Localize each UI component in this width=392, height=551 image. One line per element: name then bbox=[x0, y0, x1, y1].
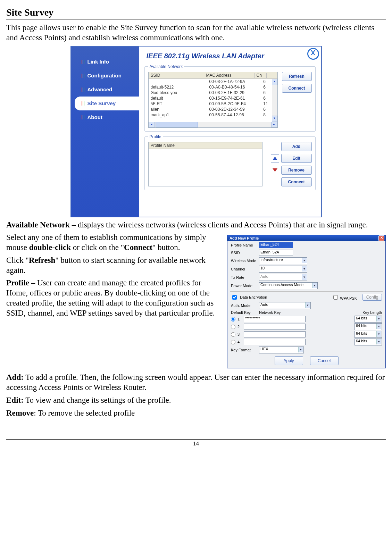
chevron-up-icon bbox=[273, 157, 277, 160]
remove-paragraph: Remove: To remove the selected profile bbox=[6, 408, 386, 418]
close-icon[interactable]: X bbox=[307, 48, 319, 60]
vertical-scrollbar[interactable]: ▴ ▾ bbox=[272, 79, 277, 122]
data-encryption-checkbox[interactable] bbox=[232, 295, 237, 300]
intro-paragraph: This page allows user to enable the Site… bbox=[6, 23, 386, 43]
move-down-button[interactable] bbox=[271, 166, 279, 174]
config-button: Config bbox=[362, 294, 382, 301]
col-profile-name[interactable]: Profile Name bbox=[149, 142, 262, 149]
profile-group: Profile Profile Name Add Edit bbox=[144, 134, 316, 190]
available-network-paragraph: Available Network – displays the wireles… bbox=[6, 220, 386, 230]
table-row[interactable]: 00-03-2F-1A-72-9A6 bbox=[149, 79, 277, 84]
edit-button[interactable]: Edit bbox=[281, 154, 312, 163]
label-ssid: SSID bbox=[231, 251, 257, 255]
bars-icon bbox=[82, 115, 85, 119]
dialog-titlebar[interactable]: Add New Profile ✕ bbox=[227, 235, 385, 241]
key-format-select[interactable]: HEX bbox=[259, 347, 304, 353]
bars-icon bbox=[82, 101, 85, 106]
dialog-title: Add New Profile bbox=[230, 236, 259, 240]
available-network-group: Available Network SSID MAC Address Ch ▴ bbox=[144, 64, 316, 132]
keylen3-select[interactable]: 64 bits bbox=[355, 331, 382, 338]
ssid-field[interactable]: Ethan_524 bbox=[259, 250, 293, 256]
sidebar-item-label: Advanced bbox=[87, 86, 112, 92]
table-row[interactable]: allen00-03-2D-12-34-596 bbox=[149, 107, 277, 112]
label-wireless-mode: Wireless Mode bbox=[231, 259, 257, 263]
table-row[interactable]: default00-15-E9-74-2E-616 bbox=[149, 95, 277, 101]
sidebar-item-label: About bbox=[87, 114, 102, 120]
profile-list[interactable]: Profile Name bbox=[148, 142, 262, 186]
key-radio-3[interactable] bbox=[231, 332, 235, 337]
label-network-key: Network Key bbox=[259, 310, 281, 315]
profile-connect-button[interactable]: Connect bbox=[281, 177, 312, 186]
bars-icon bbox=[82, 74, 85, 78]
apply-button[interactable]: Apply bbox=[275, 356, 303, 365]
sidebar-item-label: Configuration bbox=[87, 73, 122, 78]
channel-select[interactable]: 10 bbox=[259, 266, 307, 273]
col-channel[interactable]: Ch bbox=[255, 73, 267, 78]
label-data-encryption: Data Encryption bbox=[240, 295, 267, 299]
label-profile-name: Profile Name bbox=[231, 243, 257, 247]
sidebar-item-label: Site Survey bbox=[87, 100, 116, 106]
col-mac[interactable]: MAC Address bbox=[204, 73, 255, 78]
page-number: 14 bbox=[6, 439, 386, 447]
scroll-up-icon[interactable]: ▴ bbox=[272, 79, 277, 85]
key1-field[interactable]: ********** bbox=[244, 316, 306, 322]
wireless-mode-select[interactable]: Infrastructure bbox=[259, 257, 307, 264]
table-row[interactable]: mark_ap100-55-87-44-12-968 bbox=[149, 112, 277, 118]
add-paragraph: Add: To add a profile. Then, the followi… bbox=[6, 373, 386, 393]
sidebar-item-site-survey[interactable]: Site Survey bbox=[75, 97, 139, 110]
sidebar-item-link-info[interactable]: Link Info bbox=[71, 55, 139, 69]
sidebar-item-about[interactable]: About bbox=[71, 110, 139, 124]
page-title: Site Survey bbox=[6, 7, 386, 19]
key-radio-2[interactable] bbox=[231, 325, 235, 329]
wpa-psk-checkbox[interactable] bbox=[333, 295, 338, 300]
label-key-length: Key Length bbox=[362, 310, 382, 315]
edit-paragraph: Edit: To view and change its settings of… bbox=[6, 395, 386, 406]
bars-icon bbox=[82, 87, 85, 92]
scroll-left-icon[interactable]: ◂ bbox=[149, 122, 155, 127]
add-button[interactable]: Add bbox=[281, 142, 312, 151]
scroll-right-icon[interactable]: ▸ bbox=[271, 122, 277, 127]
key-radio-4[interactable] bbox=[231, 340, 235, 344]
cancel-button[interactable]: Cancel bbox=[310, 356, 339, 365]
horizontal-scrollbar[interactable]: ◂ ▸ bbox=[149, 122, 277, 127]
keylen4-select[interactable]: 64 bits bbox=[355, 339, 382, 345]
col-ssid[interactable]: SSID bbox=[149, 73, 204, 78]
key-radio-1[interactable] bbox=[231, 317, 235, 322]
chevron-down-icon bbox=[273, 168, 277, 172]
bars-icon bbox=[82, 60, 85, 64]
table-row[interactable]: 5F-RT00-09-5B-2C-9E-F411 bbox=[149, 101, 277, 107]
tx-rate-select: Auto bbox=[259, 274, 307, 281]
label-wpa-psk: WPA PSK bbox=[340, 296, 357, 300]
label-tx-rate: Tx Rate bbox=[231, 275, 257, 279]
label-key-format: Key Format bbox=[231, 348, 257, 352]
label-auth-mode: Auth. Mode bbox=[231, 303, 257, 308]
close-icon[interactable]: ✕ bbox=[378, 235, 384, 241]
sidebar: Link Info Configuration Advanced Site Su… bbox=[71, 47, 139, 217]
label-default-key: Default Key bbox=[231, 310, 257, 315]
screenshot-site-survey: Link Info Configuration Advanced Site Su… bbox=[6, 46, 386, 217]
network-table[interactable]: SSID MAC Address Ch ▴ ▾ 00-03-2F- bbox=[148, 72, 278, 128]
key4-field[interactable] bbox=[244, 339, 306, 345]
remove-button[interactable]: Remove bbox=[281, 166, 312, 175]
sidebar-item-advanced[interactable]: Advanced bbox=[71, 83, 139, 97]
label-power-mode: Power Mode bbox=[231, 284, 257, 288]
key3-field[interactable] bbox=[244, 331, 306, 337]
label-channel: Channel bbox=[231, 267, 257, 271]
table-row[interactable]: default-521200-A0-B0-48-54-166 bbox=[149, 84, 277, 90]
profile-legend: Profile bbox=[148, 134, 163, 139]
auth-mode-select[interactable]: Auto bbox=[259, 302, 311, 309]
refresh-button[interactable]: Refresh bbox=[282, 72, 312, 81]
available-network-legend: Available Network bbox=[148, 64, 184, 69]
keylen2-select[interactable]: 64 bits bbox=[355, 323, 382, 330]
sidebar-item-configuration[interactable]: Configuration bbox=[71, 69, 139, 83]
move-up-button[interactable] bbox=[271, 154, 279, 162]
scroll-down-icon[interactable]: ▾ bbox=[272, 116, 277, 122]
key2-field[interactable] bbox=[244, 324, 306, 330]
add-profile-dialog: Add New Profile ✕ Profile Name Ethan_524… bbox=[227, 235, 386, 368]
connect-button[interactable]: Connect bbox=[282, 84, 312, 93]
power-mode-select[interactable]: Continuous Access Mode bbox=[259, 282, 318, 289]
table-row[interactable]: God bless you00-03-2F-1F-32-296 bbox=[149, 90, 277, 95]
scroll-thumb[interactable] bbox=[156, 122, 198, 127]
profile-name-field[interactable]: Ethan_524 bbox=[259, 242, 293, 248]
keylen1-select[interactable]: 64 bits bbox=[355, 316, 382, 323]
